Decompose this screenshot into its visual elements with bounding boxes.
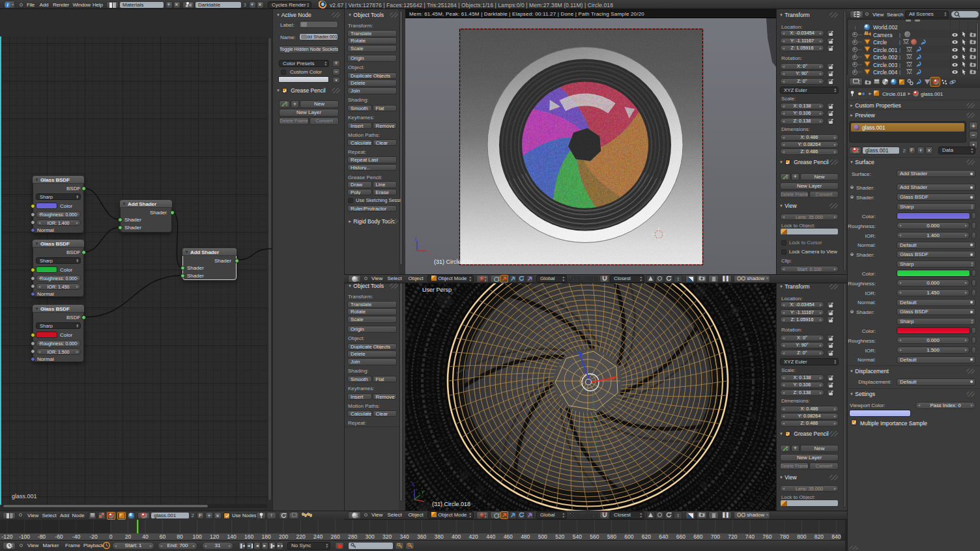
svg-text:440: 440	[486, 533, 495, 540]
svg-text:760: 760	[762, 533, 771, 540]
svg-text:-40: -40	[72, 533, 81, 540]
svg-text:260: 260	[331, 533, 340, 540]
svg-text:240: 240	[313, 533, 323, 540]
svg-text:0: 0	[109, 533, 113, 540]
svg-text:20: 20	[125, 533, 132, 540]
svg-text:220: 220	[296, 533, 306, 540]
svg-text:800: 800	[797, 533, 806, 540]
svg-text:y: y	[422, 489, 424, 494]
svg-text:140: 140	[227, 533, 236, 540]
svg-text:-60: -60	[55, 533, 63, 540]
svg-text:300: 300	[366, 533, 375, 540]
svg-text:280: 280	[348, 533, 357, 540]
svg-text:620: 620	[642, 533, 651, 540]
svg-text:-120: -120	[1, 533, 12, 540]
svg-text:400: 400	[452, 533, 461, 540]
svg-text:560: 560	[590, 533, 599, 540]
svg-text:520: 520	[555, 533, 564, 540]
svg-text:User Persp: User Persp	[422, 287, 452, 293]
svg-text:460: 460	[504, 533, 513, 540]
svg-text:320: 320	[382, 533, 392, 540]
svg-text:40: 40	[142, 533, 149, 540]
svg-text:-20: -20	[89, 533, 98, 540]
svg-text:80: 80	[177, 533, 183, 540]
svg-text:180: 180	[261, 533, 270, 540]
svg-text:840: 840	[831, 533, 841, 540]
svg-text:740: 740	[745, 533, 755, 540]
svg-text:z: z	[412, 481, 414, 486]
svg-text:(31) Circle.018: (31) Circle.018	[432, 501, 470, 507]
svg-text:60: 60	[160, 533, 166, 540]
svg-text:660: 660	[676, 533, 685, 540]
svg-text:500: 500	[538, 533, 547, 540]
svg-text:120: 120	[210, 533, 219, 540]
svg-text:-100: -100	[19, 533, 30, 540]
svg-text:700: 700	[711, 533, 720, 540]
svg-text:820: 820	[814, 533, 824, 540]
svg-text:420: 420	[469, 533, 478, 540]
svg-text:600: 600	[624, 533, 633, 540]
svg-text:680: 680	[693, 533, 702, 540]
svg-text:160: 160	[244, 533, 253, 540]
svg-text:(31) Circle.018: (31) Circle.018	[434, 259, 472, 265]
svg-text:360: 360	[417, 533, 426, 540]
svg-text:380: 380	[435, 533, 444, 540]
svg-text:-80: -80	[38, 533, 46, 540]
svg-text:100: 100	[192, 533, 201, 540]
svg-text:640: 640	[659, 533, 668, 540]
svg-text:540: 540	[573, 533, 582, 540]
svg-text:580: 580	[607, 533, 616, 540]
svg-text:340: 340	[400, 533, 409, 540]
svg-text:z: z	[414, 236, 417, 241]
svg-text:720: 720	[728, 533, 737, 540]
svg-text:200: 200	[279, 533, 288, 540]
svg-text:480: 480	[521, 533, 530, 540]
svg-text:780: 780	[780, 533, 789, 540]
svg-text:x: x	[427, 249, 430, 254]
